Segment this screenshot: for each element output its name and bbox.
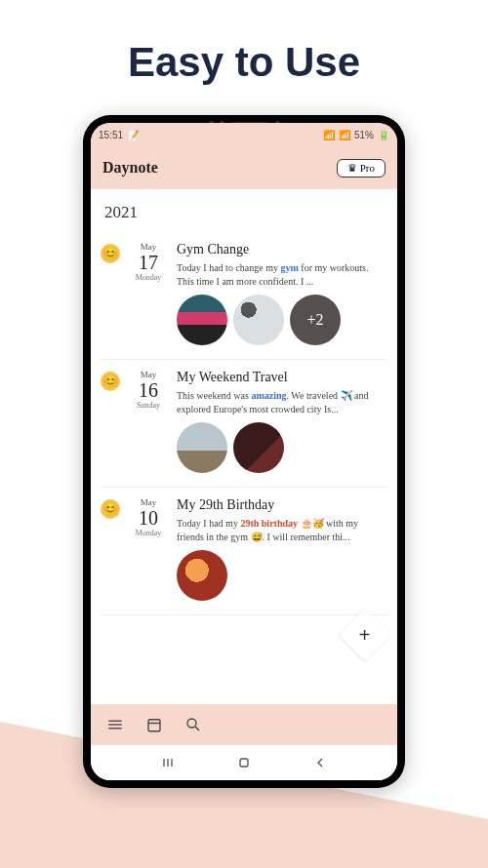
wifi-icon: 📶	[323, 130, 335, 140]
entry-title: My 29th Birthday	[177, 497, 387, 513]
status-time: 15:51	[99, 130, 123, 140]
promo-title: Easy to Use	[0, 39, 488, 86]
mood-icon: 😊	[101, 372, 120, 391]
year-label: 2021	[104, 203, 387, 222]
entry-text: This weekend was amazing. We traveled ✈️…	[177, 389, 387, 416]
entry-date: May 16 Sunday	[128, 370, 169, 473]
thumbnail[interactable]	[233, 422, 284, 473]
svg-rect-10	[240, 759, 248, 767]
entry-thumbnails	[177, 550, 387, 601]
svg-point-5	[187, 719, 196, 728]
plus-icon: +	[359, 624, 371, 647]
entry-item[interactable]: 😊 May 17 Monday Gym Change Today I had t…	[101, 232, 387, 360]
svg-rect-3	[148, 720, 160, 731]
add-entry-button[interactable]: +	[339, 609, 391, 661]
signal-icon: 📶	[339, 130, 350, 140]
app-title: Daynote	[102, 159, 158, 177]
pro-label: Pro	[360, 162, 375, 174]
back-icon[interactable]	[312, 755, 328, 770]
bottom-toolbar	[91, 704, 397, 745]
crown-icon: ♛	[347, 162, 357, 175]
entry-date: May 17 Monday	[128, 242, 169, 345]
battery-icon: 🔋	[378, 130, 389, 140]
thumbnail[interactable]	[233, 295, 284, 345]
phone-frame: 15:51 📝 📶 📶 51% 🔋 Daynote ♛ Pro 2021 😊	[83, 115, 405, 788]
entry-date: May 10 Monday	[128, 497, 169, 601]
search-icon[interactable]	[184, 716, 202, 733]
thumbnail[interactable]	[177, 295, 227, 345]
battery-text: 51%	[354, 130, 374, 140]
screen: 15:51 📝 📶 📶 51% 🔋 Daynote ♛ Pro 2021 😊	[91, 123, 397, 780]
note-icon: 📝	[127, 130, 139, 140]
thumbnail[interactable]	[177, 550, 227, 601]
content-area: 2021 😊 May 17 Monday Gym Change Today I …	[91, 189, 397, 704]
entry-thumbnails	[177, 422, 387, 473]
home-icon[interactable]	[236, 755, 252, 770]
entry-item[interactable]: 😊 May 10 Monday My 29th Birthday Today I…	[101, 488, 387, 615]
status-bar: 15:51 📝 📶 📶 51% 🔋	[91, 123, 397, 146]
entry-text: Today I had to change my gym for my work…	[177, 261, 387, 289]
menu-icon[interactable]	[106, 716, 124, 733]
entry-thumbnails: +2	[177, 295, 387, 345]
thumbnail-more[interactable]: +2	[290, 295, 341, 345]
mood-icon: 😊	[101, 244, 120, 263]
mood-icon: 😊	[101, 499, 120, 519]
entry-title: Gym Change	[177, 242, 387, 257]
device-nav-bar	[91, 745, 397, 780]
calendar-icon[interactable]	[145, 716, 163, 733]
svg-line-6	[195, 727, 199, 730]
app-header: Daynote ♛ Pro	[91, 146, 397, 189]
entry-item[interactable]: 😊 May 16 Sunday My Weekend Travel This w…	[101, 360, 387, 488]
entry-text: Today I had my 29th birthday 🎂🥳 with my …	[177, 517, 387, 544]
pro-button[interactable]: ♛ Pro	[337, 159, 386, 178]
entry-title: My Weekend Travel	[177, 370, 387, 385]
thumbnail[interactable]	[177, 422, 227, 473]
recent-apps-icon[interactable]	[160, 755, 176, 770]
